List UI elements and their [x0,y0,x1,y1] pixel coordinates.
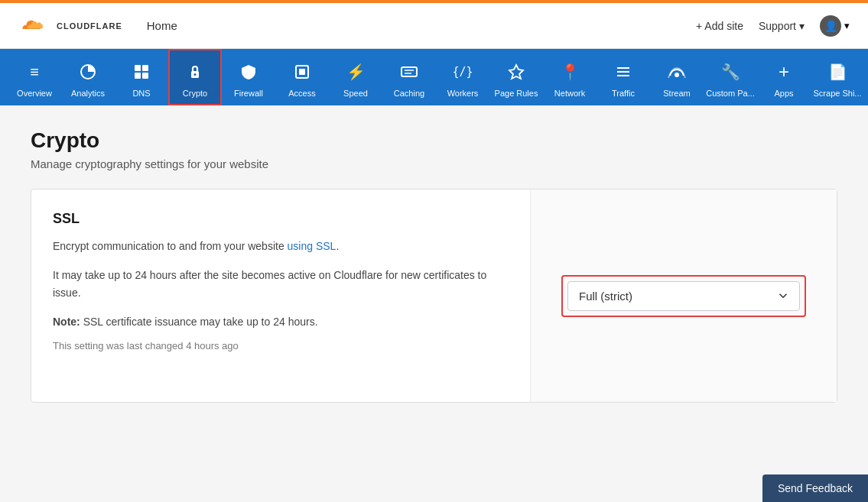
tab-scrapeshi[interactable]: 📄 Scrape Shi... [811,49,864,105]
ssl-dropdown-wrapper: Off Flexible Full Full (strict) [561,275,806,317]
tab-stream[interactable]: Stream [650,49,704,105]
tab-speed[interactable]: ⚡ Speed [329,49,382,105]
caching-icon [395,58,423,86]
note-bold: Note: [53,316,80,328]
svg-marker-12 [509,65,523,79]
tab-traffic-label: Traffic [612,89,635,98]
tab-network[interactable]: 📍 Network [543,49,597,105]
header: CLOUDFLARE Home + Add site Support ▾ 👤 ▾ [0,3,868,49]
tab-stream-label: Stream [663,89,690,98]
network-icon: 📍 [556,58,584,86]
svg-rect-4 [142,73,148,79]
user-chevron-icon: ▾ [844,20,850,31]
workers-icon: {/} [449,58,476,86]
apps-icon: + [770,58,798,86]
svg-rect-2 [142,65,148,71]
tab-scrapeshi-label: Scrape Shi... [814,89,862,98]
tab-pagerules[interactable]: Page Rules [489,49,543,105]
logo-area: CLOUDFLARE [18,15,122,37]
send-feedback-button[interactable]: Send Feedback [762,474,868,482]
dns-icon [128,58,155,86]
user-avatar: 👤 [820,15,841,37]
traffic-icon [610,58,637,86]
ssl-mode-dropdown[interactable]: Off Flexible Full Full (strict) [567,281,800,311]
tab-apps-label: Apps [774,89,793,98]
svg-rect-9 [401,67,417,76]
support-button[interactable]: Support ▾ [759,20,805,32]
tab-custompa[interactable]: 🔧 Custom Pa... [704,49,757,105]
svg-rect-8 [299,69,305,75]
ssl-card: SSL Encrypt communication to and from yo… [31,189,837,403]
support-chevron-icon: ▾ [799,20,805,32]
add-site-button[interactable]: + Add site [696,20,743,32]
firewall-icon [235,58,262,86]
home-link[interactable]: Home [147,19,177,32]
support-label: Support [759,20,796,32]
tab-overview-label: Overview [17,89,52,98]
tab-access-label: Access [288,89,315,98]
crypto-icon [181,58,209,86]
ssl-card-right: Off Flexible Full Full (strict) [531,189,837,402]
page-subtitle: Manage cryptography settings for your we… [31,157,837,170]
tab-crypto-label: Crypto [183,89,207,98]
tab-network-label: Network [554,89,585,98]
ssl-last-changed: This setting was last changed 4 hours ag… [53,340,509,351]
tab-access[interactable]: Access [275,49,329,105]
tab-workers[interactable]: {/} Workers [436,49,489,105]
analytics-icon [74,58,102,86]
header-right: + Add site Support ▾ 👤 ▾ [696,15,850,37]
svg-point-16 [675,73,679,77]
svg-point-6 [194,73,197,76]
nav-tabs: ≡ Overview Analytics DNS Crypto Firewall… [0,49,868,105]
tab-analytics[interactable]: Analytics [61,49,115,105]
ssl-card-left: SSL Encrypt communication to and from yo… [31,189,531,402]
tab-custompa-label: Custom Pa... [706,89,755,98]
main-content: Crypto Manage cryptography settings for … [0,105,868,482]
ssl-description: Encrypt communication to and from your w… [53,238,509,254]
tab-overview[interactable]: ≡ Overview [8,49,61,105]
tab-workers-label: Workers [447,89,479,98]
tab-apps[interactable]: + Apps [757,49,811,105]
svg-rect-1 [135,65,141,71]
scrapeshi-icon: 📄 [824,58,851,86]
pagerules-icon [502,58,530,86]
tab-crypto[interactable]: Crypto [168,49,222,105]
ssl-note: It may take up to 24 hours after the sit… [53,267,509,301]
tab-traffic[interactable]: Traffic [597,49,650,105]
ssl-bold-note: Note: SSL certificate issuance may take … [53,313,509,330]
logo-text: CLOUDFLARE [57,21,122,31]
tab-firewall-label: Firewall [234,89,263,98]
svg-rect-3 [135,73,141,79]
speed-icon: ⚡ [342,58,369,86]
ssl-desc-text: Encrypt communication to and from your w… [53,240,288,252]
tab-pagerules-label: Page Rules [495,89,538,98]
tab-dns-label: DNS [132,89,150,98]
overview-icon: ≡ [21,58,48,86]
tab-analytics-label: Analytics [71,89,105,98]
stream-icon [663,58,691,86]
user-menu-button[interactable]: 👤 ▾ [820,15,850,37]
custompa-icon: 🔧 [717,58,744,86]
tab-dns[interactable]: DNS [115,49,168,105]
access-icon [288,58,316,86]
page-title: Crypto [31,128,837,153]
ssl-link[interactable]: using SSL [288,240,336,252]
tab-caching[interactable]: Caching [382,49,436,105]
note-rest: SSL certificate issuance may take up to … [80,316,318,328]
tab-speed-label: Speed [343,89,368,98]
tab-firewall[interactable]: Firewall [222,49,275,105]
cloudflare-logo [18,15,49,37]
ssl-desc-period: . [336,240,339,252]
tab-caching-label: Caching [394,89,424,98]
user-icon: 👤 [824,20,837,32]
ssl-title: SSL [53,211,509,227]
